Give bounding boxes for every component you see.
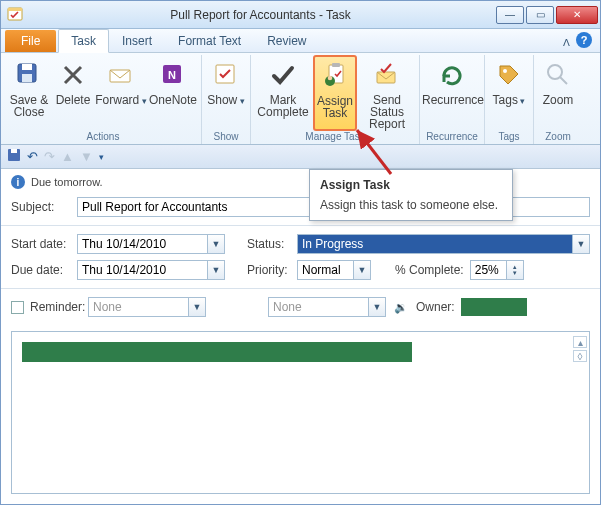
tags-icon [494, 60, 524, 90]
svg-rect-17 [11, 149, 17, 153]
spinner-buttons[interactable]: ▲▼ [506, 260, 524, 280]
group-zoom: Zoom Zoom [534, 55, 582, 144]
svg-text:N: N [168, 69, 176, 81]
reminder-time-combo[interactable]: ▼ [268, 297, 386, 317]
recurrence-button[interactable]: Recurrence [422, 55, 482, 119]
quick-access-toolbar: ↶ ↷ ▲ ▼ ▾ [1, 145, 600, 169]
owner-label: Owner: [416, 300, 455, 314]
svg-rect-3 [22, 64, 32, 70]
group-actions: Save & Close Delete Forward N OneNote Ac… [5, 55, 202, 144]
start-date-combo[interactable]: ▼ [77, 234, 225, 254]
start-date-input[interactable] [77, 234, 207, 254]
group-manage-task: Mark Complete Assign Task Send Status Re… [251, 55, 420, 144]
reminder-date-combo[interactable]: ▼ [88, 297, 206, 317]
svg-rect-4 [22, 74, 32, 82]
onenote-icon: N [158, 60, 188, 90]
assign-task-icon [320, 61, 350, 91]
ruler-marker-icon[interactable]: ◊ [573, 350, 587, 362]
svg-point-15 [548, 65, 562, 79]
svg-rect-1 [8, 8, 22, 11]
due-date-input[interactable] [77, 260, 207, 280]
priority-combo[interactable]: ▼ [297, 260, 371, 280]
reminder-date-input[interactable] [88, 297, 188, 317]
window-buttons: — ▭ ✕ [494, 6, 600, 24]
minimize-button[interactable]: — [496, 6, 524, 24]
forward-button[interactable]: Forward [95, 55, 147, 119]
dropdown-icon[interactable]: ▼ [207, 234, 225, 254]
ribbon: Save & Close Delete Forward N OneNote Ac… [1, 53, 600, 145]
close-button[interactable]: ✕ [556, 6, 598, 24]
tab-insert[interactable]: Insert [109, 29, 165, 52]
svg-point-14 [503, 69, 507, 73]
delete-button[interactable]: Delete [51, 55, 95, 119]
group-show: Show Show [202, 55, 251, 144]
dropdown-icon[interactable]: ▼ [368, 297, 386, 317]
show-button[interactable]: Show [204, 55, 248, 119]
pct-complete-label: % Complete: [395, 263, 464, 277]
ribbon-minimize-icon[interactable]: ᐱ [563, 37, 570, 48]
help-button[interactable]: ? [576, 32, 592, 48]
tab-file[interactable]: File [5, 30, 56, 52]
tab-format-text[interactable]: Format Text [165, 29, 254, 52]
due-date-combo[interactable]: ▼ [77, 260, 225, 280]
group-recurrence: Recurrence Recurrence [420, 55, 485, 144]
save-icon[interactable] [7, 148, 21, 165]
send-status-icon [372, 60, 402, 90]
task-body-editor[interactable]: ▴ ◊ [11, 331, 590, 494]
recurrence-icon [437, 60, 467, 90]
owner-value [461, 298, 527, 316]
group-tags: Tags Tags [485, 55, 534, 144]
status-combo[interactable]: ▼ [297, 234, 590, 254]
show-icon [211, 60, 241, 90]
assign-task-button[interactable]: Assign Task [313, 55, 357, 131]
status-input[interactable] [297, 234, 572, 254]
priority-input[interactable] [297, 260, 353, 280]
mark-complete-button[interactable]: Mark Complete [253, 55, 313, 131]
due-date-label: Due date: [11, 263, 71, 277]
dropdown-icon[interactable]: ▼ [188, 297, 206, 317]
dropdown-icon[interactable]: ▼ [207, 260, 225, 280]
pct-complete-input[interactable] [470, 260, 506, 280]
maximize-button[interactable]: ▭ [526, 6, 554, 24]
reminder-sound-icon[interactable]: 🔉 [392, 298, 410, 316]
body-content-redacted [22, 342, 412, 362]
reminder-time-input[interactable] [268, 297, 368, 317]
redo-icon[interactable]: ↷ [44, 149, 55, 164]
undo-icon[interactable]: ↶ [27, 149, 38, 164]
window-title: Pull Report for Accountants - Task [27, 8, 494, 22]
subject-label: Subject: [11, 200, 71, 214]
tooltip-title: Assign Task [320, 178, 502, 192]
dropdown-icon[interactable]: ▼ [572, 234, 590, 254]
info-icon: i [11, 175, 25, 189]
pct-complete-spinner[interactable]: ▲▼ [470, 260, 524, 280]
dropdown-icon[interactable]: ▼ [353, 260, 371, 280]
onenote-button[interactable]: N OneNote [147, 55, 199, 119]
reminder-checkbox[interactable] [11, 301, 24, 314]
tab-review[interactable]: Review [254, 29, 319, 52]
svg-rect-10 [332, 63, 340, 67]
qat-customize-icon[interactable]: ▾ [99, 152, 104, 162]
side-ruler: ▴ ◊ [573, 336, 587, 362]
tags-button[interactable]: Tags [487, 55, 531, 119]
tooltip-body: Assign this task to someone else. [320, 198, 502, 212]
ruler-up-icon[interactable]: ▴ [573, 336, 587, 348]
app-icon [5, 4, 27, 26]
ribbon-tabs: File Task Insert Format Text Review ᐱ ? [1, 29, 600, 53]
zoom-icon [543, 60, 573, 90]
prev-item-icon[interactable]: ▲ [61, 149, 74, 164]
priority-label: Priority: [247, 263, 291, 277]
mark-complete-icon [268, 60, 298, 90]
forward-icon [106, 60, 136, 90]
next-item-icon[interactable]: ▼ [80, 149, 93, 164]
info-text: Due tomorrow. [31, 176, 103, 188]
delete-icon [58, 60, 88, 90]
save-close-icon [14, 60, 44, 90]
titlebar: Pull Report for Accountants - Task — ▭ ✕ [1, 1, 600, 29]
tab-task[interactable]: Task [58, 29, 109, 53]
assign-task-tooltip: Assign Task Assign this task to someone … [309, 169, 513, 221]
send-status-report-button[interactable]: Send Status Report [357, 55, 417, 131]
start-date-label: Start date: [11, 237, 71, 251]
svg-point-12 [328, 76, 333, 81]
zoom-button[interactable]: Zoom [536, 55, 580, 119]
reminder-label: Reminder: [30, 300, 82, 314]
